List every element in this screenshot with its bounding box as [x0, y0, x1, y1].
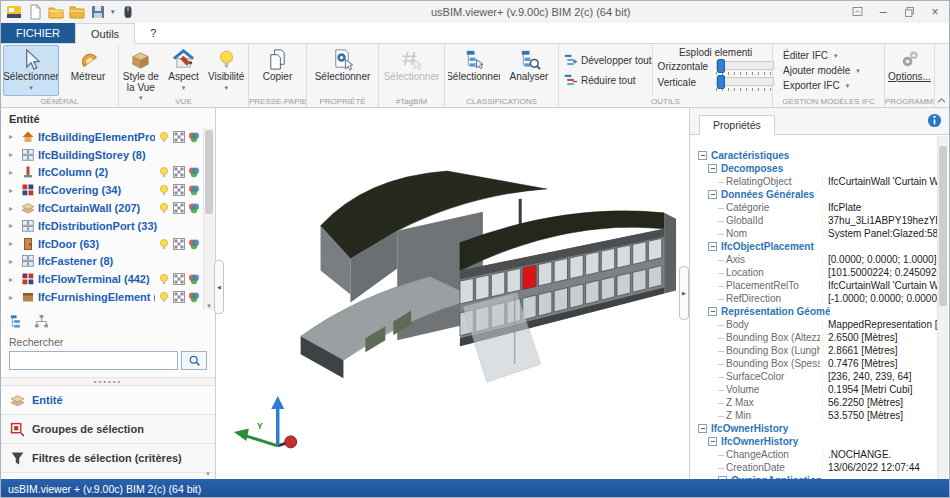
expander-icon[interactable]: ▸ — [9, 150, 18, 159]
selection-state-icon[interactable] — [173, 291, 185, 303]
collapse-ribbon-button[interactable] — [935, 44, 948, 107]
property-row-repr-sentation-g-om[interactable]: Représentation Géomé — [694, 305, 937, 318]
expander-icon[interactable]: ▸ — [9, 293, 18, 302]
visibility-bulb-icon[interactable] — [158, 273, 170, 285]
property-row-placementrelto[interactable]: PlacementRelToIfcCurtainWall 'Curtain Wa… — [694, 279, 937, 292]
selection-state-icon[interactable] — [173, 238, 185, 250]
property-row-ifcownerhistory[interactable]: IfcOwnerHistory — [694, 435, 937, 448]
entity-tree-scrollbar[interactable]: ▼ — [203, 128, 214, 310]
menu-button-ajouter-mod-le[interactable]: Ajouter modèle▾ — [783, 65, 883, 76]
restore-icon[interactable] — [899, 3, 919, 20]
property-row-changeaction[interactable]: ChangeAction.NOCHANGE. — [694, 448, 937, 461]
slider-track[interactable] — [716, 61, 774, 70]
sidebar-item-groupes-de-s-lection[interactable]: Groupes de sélection — [1, 415, 215, 444]
ribbon-button-m-treur[interactable]: Métreur — [60, 45, 116, 96]
collapse-box-icon[interactable] — [708, 307, 717, 316]
open-ifc-icon[interactable] — [48, 4, 64, 20]
color-override-icon[interactable] — [188, 202, 200, 214]
scrollbar-thumb[interactable] — [939, 146, 947, 306]
selection-state-icon[interactable] — [173, 131, 185, 143]
info-icon[interactable] — [927, 113, 942, 128]
color-override-icon[interactable] — [188, 131, 200, 143]
tree-list-icon[interactable] — [10, 314, 25, 329]
tree-item-ifcdoor-63[interactable]: ▸IfcDoor (63) — [1, 235, 215, 253]
ribbon-button-s-lectionner[interactable]: Sélectionner — [312, 45, 374, 96]
visibility-bulb-icon[interactable] — [158, 238, 170, 250]
expander-icon[interactable]: ▸ — [9, 239, 18, 248]
property-row-caract-ristiques[interactable]: Caractéristiques — [694, 149, 937, 162]
visibility-bulb-icon[interactable] — [158, 131, 170, 143]
ribbon-button-analyser[interactable]: Analyser — [502, 45, 556, 96]
selection-state-icon[interactable] — [173, 166, 185, 178]
collapse-box-icon[interactable] — [718, 476, 727, 479]
collapse-all-button[interactable]: Réduire tout — [564, 74, 652, 87]
property-row-surfacecolor[interactable]: SurfaceColor[236, 240, 239, 64] — [694, 370, 937, 383]
tab-proprietes[interactable]: Propriétés — [699, 115, 775, 135]
menu-button-exporter-ifc[interactable]: Exporter IFC▾ — [783, 80, 883, 91]
expander-icon[interactable]: ▸ — [9, 221, 18, 230]
tree-item-ifcfurnishingelement-6[interactable]: ▸IfcFurnishingElement (6 — [1, 288, 215, 306]
collapse-box-icon[interactable] — [708, 190, 717, 199]
color-override-icon[interactable] — [188, 291, 200, 303]
ribbon-button-visibilit[interactable]: Visibilité▾ — [205, 45, 247, 102]
ribbon-button-options[interactable]: Options... — [886, 45, 933, 96]
property-row-globalid[interactable]: GlobalId37hu_3Li1ABPY19hezYB_v — [694, 214, 937, 227]
visibility-bulb-icon[interactable] — [158, 202, 170, 214]
slider-verticale[interactable] — [716, 77, 774, 91]
property-row-volume[interactable]: Volume0.1954 [Metri Cubi] — [694, 383, 937, 396]
property-row-owningapplication[interactable]: OwningApplication — [694, 474, 937, 479]
color-override-icon[interactable] — [188, 238, 200, 250]
property-row-bounding-box-spessore[interactable]: Bounding Box (Spessore0.7476 [Mètres] — [694, 357, 937, 370]
ribbon-button-aspect[interactable]: Aspect▾ — [163, 45, 205, 102]
app-logo-icon[interactable] — [6, 4, 22, 20]
expander-icon[interactable]: ▸ — [9, 257, 18, 266]
collapse-box-icon[interactable] — [698, 151, 707, 160]
property-row-cat-gorie[interactable]: CatégorieIfcPlate — [694, 201, 937, 214]
expander-icon[interactable]: ▸ — [9, 186, 18, 195]
tree-item-ifcflowterminal-442[interactable]: ▸IfcFlowTerminal (442) — [1, 270, 215, 288]
model-viewport[interactable]: Y ◀ ▶ — [216, 108, 689, 479]
property-row-relatingobject[interactable]: RelatingObjectIfcCurtainWall 'Curtain Wa… — [694, 175, 937, 188]
expand-all-button[interactable]: Développer tout — [564, 54, 652, 67]
color-override-icon[interactable] — [188, 273, 200, 285]
panel-splitter[interactable]: •••••• — [1, 378, 215, 386]
sidebar-item-entit[interactable]: Entité — [1, 386, 215, 415]
property-row-axis[interactable]: Axis[0.0000; 0.0000; 1.0000] — [694, 253, 937, 266]
property-row-ifcobjectplacement[interactable]: IfcObjectPlacement — [694, 240, 937, 253]
tree-item-ifcbuildingelementproxy[interactable]: ▸IfcBuildingElementProxy — [1, 128, 215, 146]
property-row-nom[interactable]: NomSystem Panel:Glazed:584711 — [694, 227, 937, 240]
properties-scrollbar[interactable] — [937, 136, 948, 479]
property-row-z-min[interactable]: Z Min53.5750 [Mètres] — [694, 409, 937, 422]
tree-item-ifccovering-34[interactable]: ▸IfcCovering (34) — [1, 181, 215, 199]
collapse-box-icon[interactable] — [708, 242, 717, 251]
slider-thumb[interactable] — [717, 59, 725, 73]
selection-state-icon[interactable] — [173, 273, 185, 285]
open-folder-icon[interactable] — [69, 4, 85, 20]
nav-scroll-down-icon[interactable]: ▼ — [205, 471, 211, 477]
scrollbar-thumb[interactable] — [205, 130, 213, 214]
property-row-creationdate[interactable]: CreationDate13/06/2022 12:07:44 — [694, 461, 937, 474]
tab-fichier[interactable]: FICHIER — [1, 23, 75, 43]
menu-button-diter-ifc[interactable]: Éditer IFC▾ — [783, 50, 883, 61]
selection-state-icon[interactable] — [173, 202, 185, 214]
new-file-icon[interactable] — [27, 4, 43, 20]
property-row-bounding-box-altezza[interactable]: Bounding Box (Altezza)2.6500 [Mètres] — [694, 331, 937, 344]
visibility-bulb-icon[interactable] — [158, 291, 170, 303]
search-input[interactable] — [9, 351, 178, 370]
close-icon[interactable]: × — [925, 3, 945, 20]
collapse-left-panel-handle[interactable]: ◀ — [214, 260, 224, 314]
collapse-box-icon[interactable] — [708, 437, 717, 446]
visibility-bulb-icon[interactable] — [158, 166, 170, 178]
expander-icon[interactable]: ▸ — [9, 204, 18, 213]
property-row-decomposes[interactable]: Decomposes — [694, 162, 937, 175]
expander-icon[interactable]: ▸ — [9, 168, 18, 177]
expander-icon[interactable]: ▸ — [9, 275, 18, 284]
save-icon[interactable] — [90, 4, 106, 20]
tree-item-ifcfastener-8[interactable]: ▸IfcFastener (8) — [1, 253, 215, 271]
property-row-donn-es-g-n-rales[interactable]: Données Générales — [694, 188, 937, 201]
selection-state-icon[interactable] — [173, 184, 185, 196]
property-row-ifcownerhistory[interactable]: IfcOwnerHistory — [694, 422, 937, 435]
property-row-body[interactable]: BodyMappedRepresentation [SweptSo — [694, 318, 937, 331]
ribbon-button-style-de-la-vue[interactable]: Style de la Vue▾ — [120, 45, 162, 102]
tree-item-ifccolumn-2[interactable]: ▸IfcColumn (2) — [1, 164, 215, 182]
